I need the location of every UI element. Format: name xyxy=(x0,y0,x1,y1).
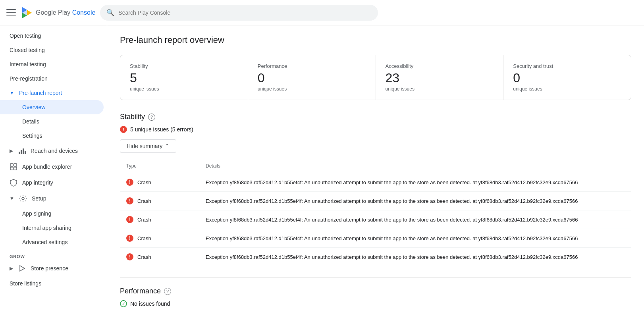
sidebar-item-overview[interactable]: Overview xyxy=(0,100,104,114)
table-row: ! Crash Exception yf8f68db3.raf52d412.d1… xyxy=(120,192,631,210)
stability-section: Stability ? ! 5 unique issues (5 errors)… xyxy=(120,113,631,266)
col-type: Type xyxy=(120,159,199,173)
table-header: Type Details xyxy=(120,159,631,173)
performance-section: Performance ? ✓ No issues found xyxy=(120,287,631,307)
topbar: Google Play Console 🔍 xyxy=(0,0,644,25)
sidebar-item-overview-label: Overview xyxy=(22,104,45,110)
type-cell-2: ! Crash xyxy=(120,210,199,229)
sidebar-item-store-presence[interactable]: ▶ Store presence xyxy=(0,260,104,276)
detail-cell-2: Exception yf8f68db3.raf52d412.d1b55ef4f:… xyxy=(199,210,631,229)
stat-security-label: Security and trust xyxy=(513,63,621,69)
sidebar-item-settings[interactable]: Settings xyxy=(0,129,104,143)
stability-title: Stability xyxy=(120,113,145,121)
detail-text-2: Exception yf8f68db3.raf52d412.d1b55ef4f:… xyxy=(206,217,578,223)
stat-performance-label: Performance xyxy=(258,63,366,69)
detail-text-1: Exception yf8f68db3.raf52d412.d1b55ef4f:… xyxy=(206,198,578,204)
sidebar-item-internal-app-sharing-label: Internal app sharing xyxy=(22,225,71,231)
sidebar-item-pre-registration-label: Pre-registration xyxy=(10,75,48,82)
sidebar-item-settings-label: Settings xyxy=(22,133,42,139)
sidebar-item-store-listings[interactable]: Store listings xyxy=(0,276,104,291)
sidebar-item-setup-label: Setup xyxy=(32,195,46,202)
detail-cell-0: Exception yf8f68db3.raf52d412.d1b55ef4f:… xyxy=(199,173,631,192)
logo[interactable]: Google Play Console xyxy=(21,6,95,19)
sidebar-item-app-signing[interactable]: App signing xyxy=(0,206,104,221)
svg-rect-9 xyxy=(14,164,17,166)
sidebar-item-app-signing-label: App signing xyxy=(22,210,51,217)
crash-type-4: Crash xyxy=(137,254,151,260)
sidebar-item-pre-launch-label: Pre-launch report xyxy=(19,90,62,96)
stability-error-dot: ! xyxy=(120,126,127,133)
svg-marker-3 xyxy=(27,10,32,15)
sidebar-item-app-integrity-label: App integrity xyxy=(22,179,53,186)
crash-icon-3: ! xyxy=(126,235,133,242)
logo-text: Google Play Console xyxy=(36,9,95,16)
sidebar-item-internal-testing[interactable]: Internal testing xyxy=(0,57,104,71)
stat-stability-label: Stability xyxy=(130,63,238,69)
type-cell-3: ! Crash xyxy=(120,229,199,248)
sidebar-item-pre-registration[interactable]: Pre-registration xyxy=(0,71,104,86)
sidebar-item-store-listings-label: Store listings xyxy=(10,280,41,287)
sidebar-item-advanced-settings[interactable]: Advanced settings xyxy=(0,235,104,249)
content-area: Pre-launch report overview Stability 5 u… xyxy=(107,25,644,318)
search-bar[interactable]: 🔍 xyxy=(100,5,378,21)
search-input[interactable] xyxy=(118,10,372,16)
stat-accessibility-value: 23 xyxy=(386,71,494,85)
hide-summary-button[interactable]: Hide summary ⌃ xyxy=(120,139,176,153)
crash-icon-4: ! xyxy=(126,253,133,260)
detail-cell-4: Exception yf8f68db3.raf52d412.d1b55ef4f:… xyxy=(199,248,631,266)
performance-help-icon[interactable]: ? xyxy=(164,288,171,295)
svg-rect-8 xyxy=(10,164,13,166)
sidebar-item-app-integrity[interactable]: App integrity xyxy=(0,175,104,191)
sidebar-item-store-presence-label: Store presence xyxy=(31,265,68,272)
sidebar-sub-setup: App signing Internal app sharing Advance… xyxy=(0,206,107,249)
performance-title: Performance xyxy=(120,287,161,295)
menu-icon[interactable] xyxy=(6,8,16,17)
sidebar-item-pre-launch-report[interactable]: ▼ Pre-launch report xyxy=(0,86,104,100)
svg-rect-5 xyxy=(21,150,22,154)
crash-type-2: Crash xyxy=(137,217,151,223)
stability-help-icon[interactable]: ? xyxy=(148,114,155,121)
sidebar-item-reach-and-devices[interactable]: ▶ Reach and devices xyxy=(0,143,104,159)
stability-table-body: ! Crash Exception yf8f68db3.raf52d412.d1… xyxy=(120,173,631,266)
svg-marker-13 xyxy=(20,266,25,271)
sidebar-item-closed-testing[interactable]: Closed testing xyxy=(0,43,104,57)
sidebar-item-app-bundle-label: App bundle explorer xyxy=(22,164,72,170)
type-cell-0: ! Crash xyxy=(120,173,199,192)
expand-icon-setup: ▼ xyxy=(10,196,14,201)
detail-text-3: Exception yf8f68db3.raf52d412.d1b55ef4f:… xyxy=(206,235,578,241)
crash-icon-2: ! xyxy=(126,216,133,223)
stat-security-trust: Security and trust 0 unique issues xyxy=(503,55,631,100)
performance-header: Performance ? xyxy=(120,287,631,295)
sidebar-item-details[interactable]: Details xyxy=(0,114,104,129)
bar-chart-icon xyxy=(18,147,26,155)
page-title: Pre-launch report overview xyxy=(120,35,631,45)
sidebar-item-advanced-settings-label: Advanced settings xyxy=(22,239,67,245)
stats-row: Stability 5 unique issues Performance 0 … xyxy=(120,55,631,100)
detail-text-0: Exception yf8f68db3.raf52d412.d1b55ef4f:… xyxy=(206,179,578,185)
stat-security-sub: unique issues xyxy=(513,86,621,92)
no-issues-label: No issues found xyxy=(130,301,170,307)
sidebar-item-setup[interactable]: ▼ Setup xyxy=(0,191,104,206)
sidebar-item-open-testing[interactable]: Open testing xyxy=(0,29,104,43)
stability-header: Stability ? xyxy=(120,113,631,121)
stat-performance-sub: unique issues xyxy=(258,86,366,92)
stability-issues-table: Type Details ! Crash Exception yf8f68db3… xyxy=(120,159,631,266)
detail-text-4: Exception yf8f68db3.raf52d412.d1b55ef4f:… xyxy=(206,254,578,260)
table-row: ! Crash Exception yf8f68db3.raf52d412.d1… xyxy=(120,248,631,266)
crash-type-0: Crash xyxy=(137,179,151,185)
sidebar-sub-pre-launch: Overview Details Settings xyxy=(0,100,107,143)
sidebar-item-app-bundle-explorer[interactable]: App bundle explorer xyxy=(0,159,104,175)
expand-icon-pre-launch: ▼ xyxy=(10,90,14,96)
crash-icon-1: ! xyxy=(126,197,133,204)
sidebar-item-open-testing-label: Open testing xyxy=(10,33,41,39)
stat-stability-sub: unique issues xyxy=(130,86,238,92)
chevron-up-icon: ⌃ xyxy=(165,143,170,149)
svg-rect-6 xyxy=(23,148,24,154)
expand-icon-store-presence: ▶ xyxy=(10,266,13,271)
table-row: ! Crash Exception yf8f68db3.raf52d412.d1… xyxy=(120,210,631,229)
shield-icon xyxy=(10,179,17,187)
sidebar-item-internal-app-sharing[interactable]: Internal app sharing xyxy=(0,221,104,235)
type-cell-1: ! Crash xyxy=(120,192,199,210)
svg-rect-10 xyxy=(10,167,13,170)
col-details: Details xyxy=(199,159,631,173)
